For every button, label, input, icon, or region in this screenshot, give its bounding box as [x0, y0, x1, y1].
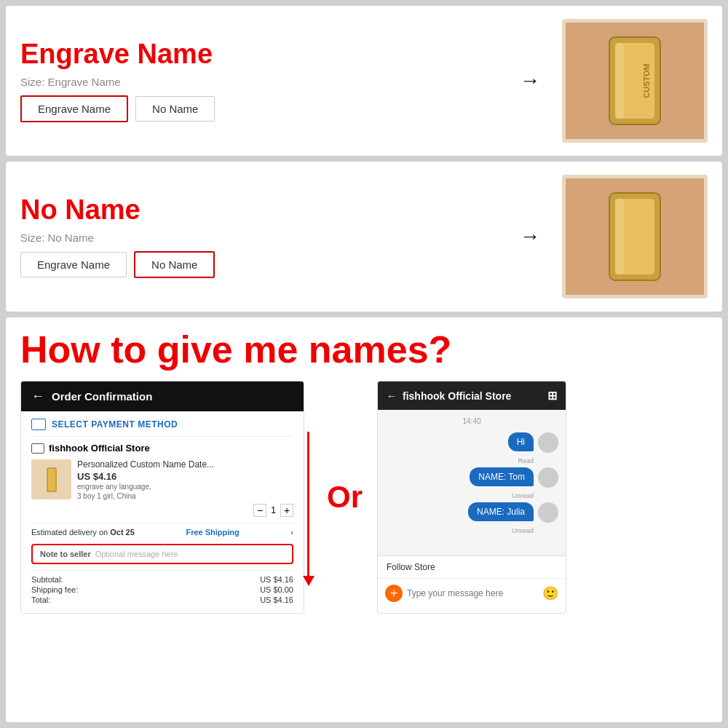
order-title: Order Confirmation: [52, 390, 152, 403]
note-label: Note to seller: [40, 550, 91, 558]
section2-arrow: →: [520, 225, 540, 248]
qty-minus-btn[interactable]: −: [253, 504, 266, 517]
svg-rect-8: [615, 199, 624, 274]
product-desc2: 3 boy 1 girl, China: [77, 491, 293, 501]
total-row: Total: US $4.16: [31, 596, 293, 604]
payment-icon: [31, 419, 46, 430]
chat-bubble-tom: NAME: Tom: [470, 467, 534, 486]
section2-engrave-btn[interactable]: Engrave Name: [20, 252, 127, 277]
qty-row: − 1 +: [77, 504, 293, 517]
product-desc1: engrave any language,: [77, 482, 293, 491]
chat-mockup: ← fishhook Official Store ⊞ 14:40 Hi Rea…: [377, 381, 566, 614]
shipping-value: US $0.00: [260, 585, 293, 594]
store-icon: [31, 443, 44, 454]
chat-input-row[interactable]: + 🙂: [378, 578, 566, 608]
chat-message-tom: NAME: Tom: [385, 467, 558, 488]
store-name: fishhook Official Store: [49, 443, 150, 454]
how-title: How to give me names?: [20, 329, 708, 371]
chat-unread-1: Unread: [385, 492, 534, 499]
payment-label: SELECT PAYMENT METHOD: [52, 419, 178, 430]
or-text: Or: [327, 381, 363, 614]
chat-back-arrow[interactable]: ←: [387, 390, 397, 402]
chat-header: ← fishhook Official Store ⊞: [378, 381, 566, 410]
follow-store-row: Follow Store: [378, 555, 566, 578]
no-name-section: No Name Size: No Name Engrave Name No Na…: [6, 162, 722, 312]
payment-method-row[interactable]: SELECT PAYMENT METHOD: [31, 419, 293, 437]
qty-plus-btn[interactable]: +: [280, 504, 293, 517]
product-thumbnail: [31, 459, 71, 499]
chat-bubble-hi: Hi: [508, 432, 534, 451]
chat-avatar-2: [538, 467, 558, 488]
follow-store-label: Follow Store: [387, 562, 435, 572]
section1-size-label: Size: Engrave Name: [20, 76, 498, 88]
subtotals-section: Subtotal: US $4.16 Shipping fee: US $0.0…: [31, 570, 293, 604]
section1-engrave-btn[interactable]: Engrave Name: [20, 95, 128, 122]
product-row: Personalized Custom Name Date... US $4.1…: [31, 459, 293, 517]
svg-rect-11: [48, 469, 55, 491]
shipping-label: Shipping fee:: [31, 585, 78, 594]
section2-size-label: Size: No Name: [20, 232, 498, 244]
product-name: Personalized Custom Name Date...: [77, 459, 293, 470]
engrave-name-section: Engrave Name Size: Engrave Name Engrave …: [6, 6, 722, 156]
section2-title: No Name: [20, 195, 498, 226]
subtotal-value: US $4.16: [260, 575, 293, 584]
svg-rect-4: [615, 43, 624, 119]
svg-text:CUSTOM: CUSTOM: [642, 63, 651, 98]
chat-store-name: fishhook Official Store: [403, 390, 511, 402]
product-info: Personalized Custom Name Date... US $4.1…: [77, 459, 293, 517]
delivery-arrow: ›: [290, 528, 293, 537]
subtotal-row: Subtotal: US $4.16: [31, 575, 293, 584]
shipping-row: Shipping fee: US $0.00: [31, 585, 293, 594]
section1-title: Engrave Name: [20, 39, 498, 70]
delivery-row: Estimated delivery on Oct 25 Free Shippi…: [31, 523, 293, 541]
chat-input[interactable]: [407, 588, 538, 598]
section2-noname-btn[interactable]: No Name: [134, 251, 215, 278]
chat-body: 14:40 Hi Read NAME: Tom Unread: [378, 410, 566, 555]
order-confirmation-mockup: ← Order Confirmation SELECT PAYMENT METH…: [20, 381, 304, 614]
subtotal-label: Subtotal:: [31, 575, 63, 584]
chat-bubble-julia: NAME: Julia: [468, 502, 534, 521]
chat-read-1: Read: [385, 457, 534, 464]
chat-unread-2: Unread: [385, 527, 534, 534]
delivery-label: Estimated delivery on Oct 25: [31, 528, 135, 537]
free-shipping-badge: Free Shipping: [186, 528, 239, 537]
section1-ring-image: CUSTOM: [562, 19, 708, 143]
note-placeholder: Optional message here: [95, 550, 178, 558]
total-label: Total:: [31, 596, 50, 604]
how-to-section: How to give me names? ← Order Confirmati…: [6, 317, 722, 722]
chat-timestamp: 14:40: [385, 417, 558, 425]
qty-value: 1: [271, 505, 276, 515]
section1-noname-btn[interactable]: No Name: [135, 96, 215, 122]
how-content: ← Order Confirmation SELECT PAYMENT METH…: [20, 381, 708, 614]
section2-ring-image: [562, 175, 708, 298]
order-header: ← Order Confirmation: [21, 381, 304, 411]
section1-arrow: →: [520, 69, 540, 92]
chat-emoji-btn[interactable]: 🙂: [542, 585, 558, 601]
chat-plus-btn[interactable]: +: [385, 585, 403, 602]
section1-btn-group: Engrave Name No Name: [20, 95, 498, 122]
chat-avatar-1: [538, 432, 558, 453]
total-value: US $4.16: [260, 596, 293, 604]
order-back-arrow[interactable]: ←: [31, 389, 44, 404]
chat-menu-icon[interactable]: ⊞: [547, 389, 557, 403]
section2-btn-group: Engrave Name No Name: [20, 251, 498, 278]
note-to-seller-box[interactable]: Note to seller Optional message here: [31, 544, 293, 564]
chat-avatar-3: [538, 502, 558, 523]
product-price: US $4.16: [77, 471, 293, 482]
store-row: fishhook Official Store: [31, 443, 293, 454]
chat-message-hi: Hi: [385, 432, 558, 453]
chat-message-julia: NAME: Julia: [385, 502, 558, 523]
